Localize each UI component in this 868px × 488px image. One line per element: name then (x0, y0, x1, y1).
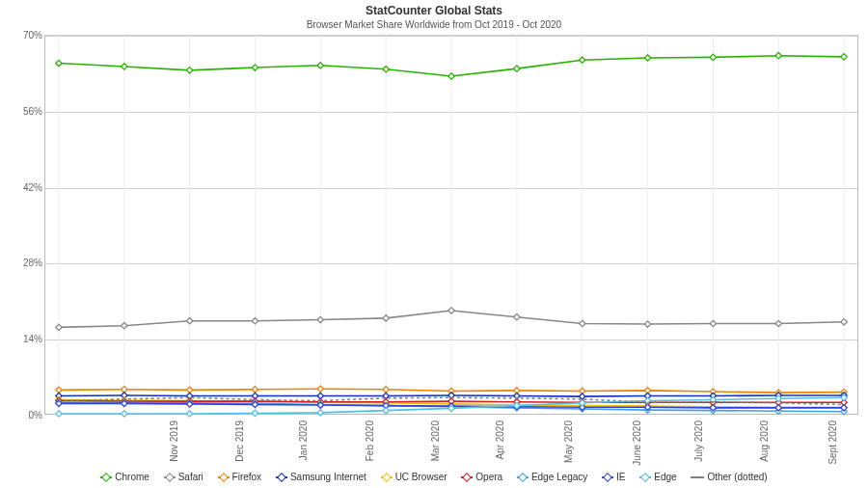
legend-firefox-label: Firefox (232, 472, 262, 482)
svg-marker-28 (186, 317, 192, 323)
chart-lines-svg (45, 36, 857, 414)
svg-marker-27 (122, 323, 127, 329)
svg-marker-36 (710, 320, 716, 326)
legend-uc-label: UC Browser (395, 472, 448, 482)
svg-marker-31 (383, 315, 389, 321)
y-tick-28: 28% (4, 258, 42, 268)
chart-title: StatCounter Global Stats (0, 4, 868, 17)
svg-marker-121 (317, 410, 323, 416)
x-tick-4: Feb 2020 (365, 420, 375, 461)
svg-rect-135 (219, 474, 227, 481)
y-tick-56: 56% (4, 105, 42, 116)
legend-opera-label: Opera (475, 472, 502, 482)
legend-ie: IE (602, 472, 625, 482)
y-tick-42: 42% (4, 181, 42, 192)
legend-other-label: Other (dotted) (707, 472, 767, 482)
legend-uc: UC Browser (381, 472, 448, 482)
svg-marker-13 (56, 60, 62, 66)
x-tick-9: July 2020 (693, 420, 704, 462)
svg-marker-22 (644, 55, 650, 61)
svg-marker-25 (841, 54, 847, 60)
legend-firefox: Firefox (218, 472, 262, 482)
legend-samsung: Samsung Internet (276, 472, 366, 482)
svg-marker-38 (841, 319, 847, 325)
svg-marker-119 (186, 411, 192, 417)
x-tick-10: Aug 2020 (759, 420, 770, 462)
svg-marker-20 (514, 66, 520, 71)
legend-ie-label: IE (616, 472, 625, 482)
svg-marker-29 (252, 317, 258, 323)
legend-edge-legacy: Edge Legacy (517, 472, 587, 482)
svg-marker-42 (252, 387, 258, 393)
chart-container: StatCounter Global Stats Browser Market … (0, 0, 868, 488)
svg-marker-120 (252, 410, 258, 416)
svg-marker-34 (579, 320, 584, 326)
legend-edge: Edge (639, 472, 676, 482)
legend-edge-legacy-label: Edge Legacy (531, 472, 587, 482)
chart-subtitle: Browser Market Share Worldwide from Oct … (0, 19, 868, 30)
y-tick-0: 0% (4, 410, 42, 420)
legend-safari: Safari (164, 472, 203, 482)
y-tick-14: 14% (4, 334, 42, 344)
svg-marker-122 (383, 407, 389, 413)
svg-marker-14 (122, 64, 127, 69)
svg-marker-24 (775, 53, 781, 59)
x-tick-11: Sept 2020 (827, 420, 838, 465)
svg-marker-15 (186, 68, 192, 73)
legend-edge-label: Edge (654, 472, 676, 482)
svg-marker-118 (122, 411, 127, 417)
legend-chrome-label: Chrome (115, 472, 149, 482)
svg-marker-44 (383, 387, 389, 393)
x-tick-2: Dec 2019 (234, 420, 245, 462)
x-tick-8: June 2020 (632, 420, 642, 466)
y-tick-70: 70% (4, 30, 42, 41)
x-tick-7: May 2020 (563, 420, 574, 463)
x-tick-5: Mar 2020 (430, 420, 441, 461)
legend-samsung-label: Samsung Internet (290, 472, 366, 482)
legend: Chrome Safari Firefox Samsung Internet U… (0, 472, 868, 482)
svg-marker-19 (448, 73, 454, 79)
x-tick-3: Jan 2020 (298, 420, 309, 460)
svg-marker-33 (514, 314, 520, 320)
svg-marker-30 (317, 316, 323, 322)
svg-rect-147 (641, 474, 649, 481)
svg-marker-17 (317, 63, 323, 68)
svg-rect-139 (382, 474, 390, 481)
legend-other: Other (dotted) (691, 472, 767, 482)
legend-opera: Opera (461, 472, 502, 482)
svg-rect-145 (604, 474, 611, 481)
svg-marker-26 (56, 324, 62, 330)
legend-chrome: Chrome (100, 472, 149, 482)
plot-area (44, 35, 858, 415)
svg-marker-117 (56, 411, 62, 417)
svg-rect-131 (102, 474, 110, 481)
svg-rect-143 (519, 474, 527, 481)
legend-safari-label: Safari (178, 472, 203, 482)
svg-marker-37 (775, 320, 781, 326)
svg-marker-32 (448, 308, 454, 313)
svg-rect-133 (165, 474, 173, 481)
x-tick-6: Apr 2020 (495, 420, 505, 460)
svg-marker-35 (644, 321, 650, 327)
svg-rect-137 (278, 474, 285, 481)
svg-marker-16 (252, 65, 258, 70)
svg-marker-43 (317, 386, 323, 392)
x-tick-1: Nov 2019 (169, 420, 179, 462)
svg-marker-23 (710, 54, 716, 60)
svg-marker-18 (383, 67, 389, 72)
svg-rect-141 (463, 474, 471, 481)
svg-marker-21 (579, 57, 584, 63)
